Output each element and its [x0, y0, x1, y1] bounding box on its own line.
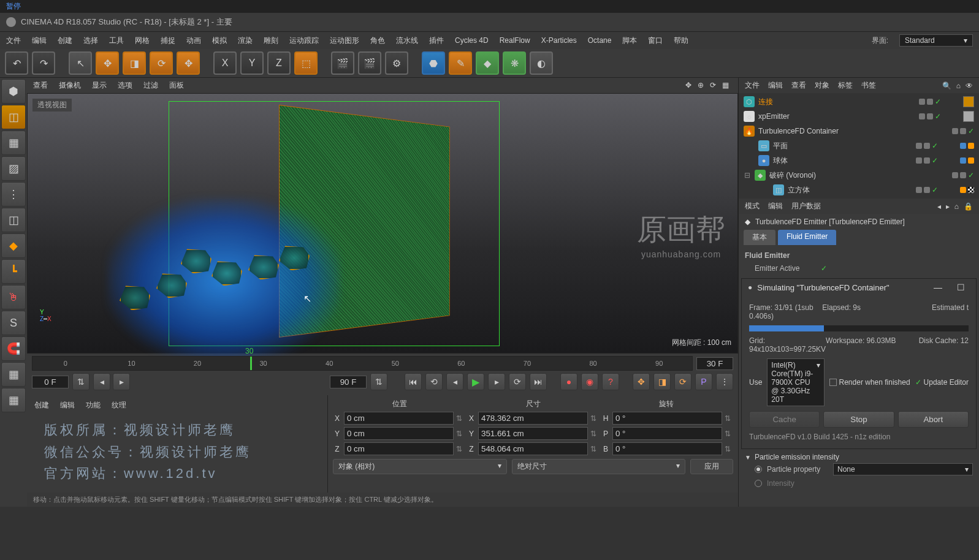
axis-z-button[interactable]: Z: [267, 51, 291, 75]
menu-create[interactable]: 创建: [58, 36, 72, 46]
key-rot-button[interactable]: ⟳: [674, 373, 691, 390]
generator-button[interactable]: ◆: [476, 51, 499, 75]
attr-tab-userdata[interactable]: 用户数据: [791, 201, 821, 211]
range-spin2-icon[interactable]: ⇅: [370, 373, 387, 390]
workplane-button[interactable]: ▨: [1, 156, 26, 181]
mat-tab-function[interactable]: 功能: [86, 400, 101, 411]
emitter-active-checkbox[interactable]: ✓: [821, 264, 827, 273]
view-zoom-icon[interactable]: ⊕: [698, 81, 707, 91]
attr-tab-mode[interactable]: 模式: [745, 201, 760, 211]
om-tab-tags[interactable]: 标签: [838, 80, 853, 91]
view-menu-panel[interactable]: 面板: [169, 80, 184, 91]
loop2-button[interactable]: ⟳: [509, 373, 526, 390]
play-button[interactable]: ▶: [467, 373, 484, 390]
minimize-button[interactable]: —: [929, 282, 947, 292]
scale-tool[interactable]: ◨: [123, 51, 146, 75]
record-button[interactable]: ●: [560, 373, 577, 390]
view-toggle-icon[interactable]: ▦: [722, 81, 732, 91]
mat-tab-texture[interactable]: 纹理: [112, 400, 126, 411]
view-menu-filter[interactable]: 过滤: [143, 80, 158, 91]
mat-tab-create[interactable]: 创建: [34, 400, 49, 411]
size-x-input[interactable]: [478, 412, 588, 425]
menu-script[interactable]: 脚本: [622, 36, 637, 46]
last-tool[interactable]: ✥: [177, 51, 200, 75]
rot-p-input[interactable]: [612, 427, 722, 440]
view-menu-view[interactable]: 查看: [33, 80, 48, 91]
tag-icon[interactable]: [963, 96, 974, 107]
current-frame-input[interactable]: [696, 357, 733, 370]
key-pos-button[interactable]: ✥: [633, 373, 650, 390]
menu-octane[interactable]: Octane: [588, 36, 612, 45]
range-left-icon[interactable]: ◂: [93, 373, 110, 390]
tile-button[interactable]: ▦: [1, 362, 26, 387]
attr-subtab-fluidemitter[interactable]: Fluid Emitter: [778, 230, 836, 245]
obj-xpemitter[interactable]: ☼ xpEmitter ✓: [744, 109, 974, 124]
view-menu-options[interactable]: 选项: [118, 80, 132, 91]
menu-render[interactable]: 渲染: [238, 36, 253, 46]
om-tab-file[interactable]: 文件: [745, 80, 760, 91]
axis-y-button[interactable]: Y: [240, 51, 264, 75]
tag-icon[interactable]: [968, 187, 974, 193]
range-end-input[interactable]: [330, 376, 367, 388]
select-tool[interactable]: ↖: [69, 51, 92, 75]
autokey-button[interactable]: ◉: [581, 373, 598, 390]
menu-file[interactable]: 文件: [6, 36, 21, 46]
deformer-button[interactable]: ◐: [530, 51, 553, 75]
coord-size-mode-dropdown[interactable]: 绝对尺寸▾: [512, 459, 686, 474]
obj-tfd-container[interactable]: 🔥 TurbulenceFD Container ✓: [744, 124, 974, 138]
menu-sculpt[interactable]: 雕刻: [264, 36, 278, 46]
polygons-mode-button[interactable]: ◆: [1, 233, 26, 258]
particle-property-radio[interactable]: [755, 466, 762, 473]
playhead[interactable]: [250, 357, 252, 370]
axis-mode-button[interactable]: ┗: [1, 259, 26, 284]
render-view-button[interactable]: 🎬: [331, 51, 354, 75]
view-nav-icon[interactable]: ✥: [685, 81, 695, 91]
timeline-ruler[interactable]: 0 10 20 30 40 50 60 70 80 90: [32, 356, 693, 371]
range-right-icon[interactable]: ▸: [113, 373, 130, 390]
cpu-dropdown[interactable]: Intel(R) Core(TM) i9-7900X CPU @ 3.30GHz…: [767, 358, 824, 406]
next-icon[interactable]: ▸: [946, 202, 950, 211]
move-tool[interactable]: ✥: [96, 51, 119, 75]
tweak-mode-button[interactable]: 🖰: [1, 285, 26, 309]
tag-icon[interactable]: [960, 143, 966, 149]
menu-pipeline[interactable]: 流水线: [396, 36, 418, 46]
rotate-tool[interactable]: ⟳: [150, 51, 173, 75]
mat-tab-edit[interactable]: 编辑: [60, 400, 75, 411]
obj-voronoi[interactable]: ⊟ ◆ 破碎 (Voronoi) ✓: [744, 168, 974, 183]
pos-y-input[interactable]: [344, 427, 454, 440]
obj-connect[interactable]: ⬡ 连接 ✓: [744, 94, 974, 109]
menu-window[interactable]: 窗口: [648, 36, 663, 46]
pos-z-input[interactable]: [344, 442, 454, 455]
coord-mode-dropdown[interactable]: 对象 (相对)▾: [333, 459, 507, 474]
menu-motiontrack[interactable]: 运动跟踪: [289, 36, 319, 46]
menu-animate[interactable]: 动画: [186, 36, 201, 46]
snap-button[interactable]: S: [1, 311, 26, 335]
menu-help[interactable]: 帮助: [674, 36, 688, 46]
intensity-radio[interactable]: [755, 480, 762, 487]
loop-button[interactable]: ⟲: [425, 373, 443, 390]
pos-x-input[interactable]: [344, 412, 454, 425]
menu-simulate[interactable]: 模拟: [212, 36, 227, 46]
render-pv-button[interactable]: 🎬: [358, 51, 381, 75]
search-icon[interactable]: 🔍: [942, 81, 951, 90]
up-icon[interactable]: ⌂: [954, 202, 959, 211]
home-icon[interactable]: ⌂: [956, 81, 961, 90]
lock-icon[interactable]: 🔒: [964, 202, 973, 211]
prev-frame-button[interactable]: ◂: [446, 373, 463, 390]
prev-icon[interactable]: ◂: [937, 202, 941, 211]
primitive-button[interactable]: ⬣: [422, 51, 445, 75]
menu-mograph[interactable]: 运动图形: [330, 36, 359, 46]
om-tab-view[interactable]: 查看: [791, 80, 806, 91]
points-mode-button[interactable]: ⋮: [1, 182, 26, 206]
menu-plugins[interactable]: 插件: [429, 36, 444, 46]
menu-tools[interactable]: 工具: [109, 36, 124, 46]
layout-dropdown[interactable]: Standard▾: [899, 34, 973, 47]
range-start-input[interactable]: [32, 376, 69, 388]
view-menu-display[interactable]: 显示: [92, 80, 107, 91]
coord-system-button[interactable]: ⬚: [294, 51, 318, 75]
size-y-input[interactable]: [478, 427, 588, 440]
menu-realflow[interactable]: RealFlow: [500, 36, 530, 45]
magnet-button[interactable]: 🧲: [1, 336, 26, 361]
tag-icon[interactable]: [968, 157, 974, 164]
make-editable-button[interactable]: ⬢: [1, 79, 26, 104]
